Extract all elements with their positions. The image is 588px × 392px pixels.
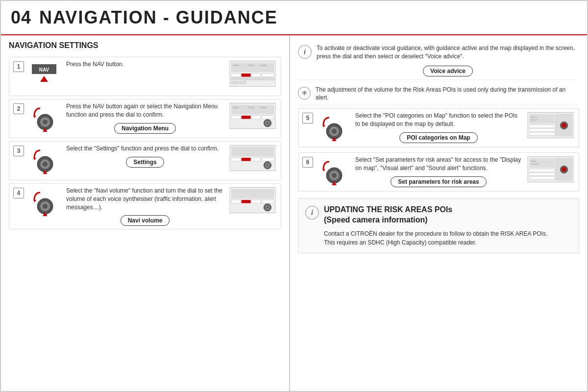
svg-rect-75 — [529, 129, 554, 132]
voice-advice-button: Voice advice — [423, 66, 473, 76]
svg-text:PHONE: PHONE — [259, 107, 266, 109]
svg-rect-31 — [251, 116, 261, 119]
svg-rect-11 — [262, 74, 274, 77]
svg-rect-90 — [529, 169, 554, 172]
svg-rect-9 — [241, 74, 250, 77]
step-2-row: 2 Press the NAV button a — [9, 99, 281, 138]
info-voice-advice-text: To activate or deactivate vocal guidance… — [317, 45, 575, 60]
header: 04 NAVIGATION - GUIDANCE — [1, 1, 587, 35]
svg-rect-14 — [247, 78, 254, 80]
svg-rect-46 — [262, 158, 274, 161]
step-1-nav-icon: NAV — [28, 60, 62, 82]
step-6-button: Set parameters for risk areas — [391, 176, 486, 187]
info-volume-text: The adjustment of the volume for the Ris… — [316, 86, 565, 101]
step-6-number: 6 — [302, 157, 313, 168]
step-3-body: Select the "Settings" function and press… — [66, 145, 224, 168]
step-5-image: Option 1 Option 2 — [526, 112, 575, 139]
step-3-row: 3 Select the "Settings" function and pre… — [9, 141, 281, 180]
step-3-image — [228, 145, 277, 172]
svg-rect-58 — [241, 200, 250, 203]
step-1-number: 1 — [13, 61, 24, 72]
step-4-button: Navi volume — [121, 215, 170, 226]
step-5-number: 5 — [302, 113, 313, 123]
step-6-image: Display Visual alert — [526, 156, 575, 183]
svg-rect-29 — [231, 116, 240, 119]
update-line1: Contact a CITROËN dealer for the procedu… — [324, 229, 547, 238]
svg-text:RADIO: RADIO — [233, 65, 239, 67]
section-title: NAVIGATION SETTINGS — [9, 41, 281, 50]
svg-point-79 — [563, 124, 565, 126]
svg-rect-42 — [231, 147, 273, 156]
step-3-number: 3 — [13, 146, 24, 156]
step-1-text: Press the NAV button. — [66, 60, 224, 69]
update-icon: i — [305, 206, 319, 220]
svg-rect-92 — [529, 176, 554, 179]
svg-rect-12 — [231, 78, 238, 80]
step-4-dial-icon — [28, 187, 62, 216]
svg-text:Visual alert: Visual alert — [531, 163, 539, 165]
svg-text:NAV: NAV — [39, 67, 49, 73]
svg-rect-74 — [529, 125, 554, 128]
svg-point-39 — [43, 162, 48, 167]
svg-text:PHONE: PHONE — [259, 65, 266, 67]
svg-rect-13 — [239, 78, 245, 80]
step-5-body: Select the "POI categories on Map" funct… — [355, 112, 522, 143]
svg-point-83 — [332, 173, 337, 178]
svg-rect-57 — [231, 200, 240, 203]
left-column: NAVIGATION SETTINGS 1 NAV Press the NAV … — [1, 35, 290, 391]
svg-rect-91 — [529, 173, 554, 176]
page: 04 NAVIGATION - GUIDANCE NAVIGATION SETT… — [0, 0, 588, 392]
step-3-dial-icon — [28, 145, 62, 174]
svg-text:Option 2: Option 2 — [531, 119, 537, 121]
info-volume-row: ✳ The adjustment of the volume for the R… — [298, 83, 579, 106]
step-2-image: RADIO SETUP PHONE — [228, 102, 277, 129]
update-title: UPDATING THE RISK AREAS POIs (Speed came… — [324, 205, 547, 225]
svg-rect-45 — [251, 158, 261, 161]
step-3-text: Select the "Settings" function and press… — [66, 145, 224, 153]
info-voice-advice-row: i To activate or deactivate vocal guidan… — [298, 41, 579, 80]
step-6-dial-icon — [317, 156, 351, 185]
svg-point-49 — [267, 164, 269, 166]
step-2-text: Press the NAV button again or select the… — [66, 102, 224, 119]
step-5-button: POI categories on Map — [399, 132, 477, 143]
svg-text:RADIO: RADIO — [233, 107, 239, 109]
update-body: UPDATING THE RISK AREAS POIs (Speed came… — [324, 205, 547, 247]
step-2-number: 2 — [13, 103, 24, 114]
chapter-number: 04 — [11, 7, 31, 28]
svg-text:SETUP: SETUP — [248, 65, 254, 67]
svg-rect-76 — [529, 132, 554, 135]
update-section: i UPDATING THE RISK AREAS POIs (Speed ca… — [298, 198, 579, 253]
main-content: NAVIGATION SETTINGS 1 NAV Press the NAV … — [1, 35, 587, 391]
info-volume-body: The adjustment of the volume for the Ris… — [316, 86, 579, 102]
svg-point-22 — [43, 120, 48, 124]
step-4-body: Select the "Navi volume" function and tu… — [66, 187, 224, 226]
svg-point-95 — [563, 169, 565, 171]
step-2-dial-icon — [28, 102, 62, 132]
step-1-row: 1 NAV Press the NAV button. — [9, 57, 281, 96]
step-5-row: 5 Select the "POI categories on Map" fun… — [298, 108, 579, 147]
step-4-row: 4 Select the "Navi volume" function and … — [9, 183, 281, 229]
step-6-body: Select "Set parameters for risk areas" f… — [355, 156, 522, 187]
svg-rect-30 — [241, 116, 250, 119]
svg-rect-18 — [239, 81, 245, 84]
page-title: NAVIGATION - GUIDANCE — [39, 7, 278, 28]
svg-rect-60 — [262, 200, 274, 203]
svg-text:Display: Display — [531, 160, 536, 162]
svg-point-67 — [332, 129, 337, 134]
step-4-number: 4 — [13, 188, 24, 198]
step-6-text: Select "Set parameters for risk areas" f… — [355, 156, 522, 172]
svg-rect-59 — [251, 200, 261, 203]
svg-text:SETUP: SETUP — [248, 107, 254, 109]
right-column: i To activate or deactivate vocal guidan… — [290, 35, 587, 391]
step-2-button: Navigation Menu — [114, 123, 176, 134]
svg-point-63 — [267, 206, 269, 208]
svg-text:Option 1: Option 1 — [531, 116, 537, 118]
step-4-text: Select the "Navi volume" function and tu… — [66, 187, 224, 211]
svg-rect-17 — [231, 81, 238, 84]
step-1-image: RADIO SETUP PHONE — [228, 60, 277, 87]
sun-icon: ✳ — [298, 87, 311, 99]
svg-point-35 — [267, 122, 269, 124]
update-line2: This requires an SDHC (High Capacity) co… — [324, 238, 547, 247]
svg-rect-32 — [262, 116, 274, 119]
svg-rect-15 — [255, 78, 262, 80]
